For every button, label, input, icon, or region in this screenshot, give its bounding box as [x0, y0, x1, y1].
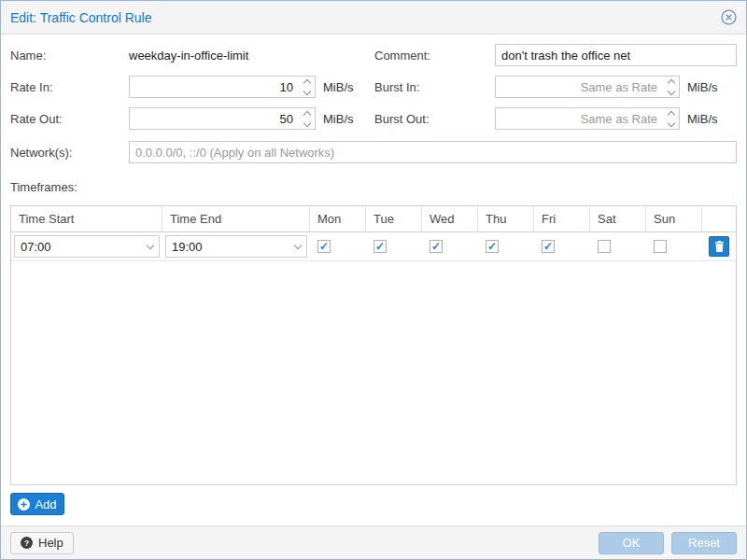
- column-header-thu[interactable]: Thu: [478, 206, 534, 231]
- timeframes-section-label: Timeframes:: [10, 180, 737, 194]
- burst-out-row: Burst Out: MiB/s: [374, 107, 737, 130]
- column-header-mon[interactable]: Mon: [310, 206, 366, 231]
- rate-out-unit: MiB/s: [323, 112, 354, 126]
- name-row: Name: weekday-in-office-limit: [10, 44, 374, 66]
- time-start-value: 07:00: [21, 240, 148, 254]
- help-button[interactable]: ? Help: [10, 532, 74, 554]
- column-header-sun[interactable]: Sun: [646, 206, 702, 231]
- column-header-wed[interactable]: Wed: [422, 206, 478, 231]
- burst-out-spinner: [495, 107, 680, 130]
- table-empty-area: [11, 261, 736, 484]
- sun-checkbox[interactable]: [654, 240, 667, 253]
- burst-in-label: Burst In:: [374, 80, 495, 94]
- dialog-footer: ? Help OK Reset: [1, 525, 746, 559]
- thu-cell: [478, 232, 534, 260]
- rate-out-row: Rate Out: MiB/s: [10, 107, 374, 130]
- sun-cell: [646, 232, 702, 260]
- burst-out-spin-buttons[interactable]: [663, 108, 679, 129]
- add-button-label: Add: [35, 497, 56, 511]
- burst-in-unit: MiB/s: [687, 80, 718, 94]
- help-button-label: Help: [38, 536, 63, 550]
- column-header-fri[interactable]: Fri: [534, 206, 590, 231]
- form-column-right: Comment: Burst In: MiB/s Burst Out:: [374, 44, 737, 139]
- time-start-combo[interactable]: 07:00: [14, 235, 160, 258]
- name-value: weekday-in-office-limit: [129, 49, 248, 63]
- rate-in-unit: MiB/s: [323, 80, 354, 94]
- burst-in-row: Burst In: MiB/s: [374, 76, 737, 98]
- wed-checkbox[interactable]: [430, 240, 443, 253]
- fri-cell: [534, 232, 590, 260]
- rate-out-spinner: [129, 107, 316, 130]
- column-header-actions: [702, 206, 736, 231]
- dialog-body: Name: weekday-in-office-limit Rate In: M…: [1, 35, 746, 525]
- column-header-sat[interactable]: Sat: [590, 206, 646, 231]
- dialog-title: Edit: Traffic Control Rule: [10, 10, 151, 25]
- column-header-time-end[interactable]: Time End: [162, 206, 310, 231]
- ok-button[interactable]: OK: [599, 532, 664, 554]
- comment-label: Comment:: [374, 49, 495, 63]
- tue-cell: [366, 232, 422, 260]
- form-grid: Name: weekday-in-office-limit Rate In: M…: [10, 44, 737, 139]
- rate-in-spinner: [129, 76, 316, 98]
- close-icon[interactable]: [720, 9, 737, 26]
- time-end-value: 19:00: [172, 240, 295, 254]
- svg-text:?: ?: [24, 539, 29, 548]
- mon-checkbox[interactable]: [317, 240, 331, 253]
- plus-circle-icon: [18, 498, 30, 511]
- timeframe-row: 07:00 19:00: [11, 232, 736, 261]
- chevron-down-icon: [147, 242, 154, 249]
- delete-row-button[interactable]: [709, 236, 729, 257]
- timeframes-table: Time Start Time End Mon Tue Wed Thu Fri …: [10, 205, 737, 485]
- rate-in-row: Rate In: MiB/s: [10, 76, 374, 98]
- column-header-tue[interactable]: Tue: [366, 206, 422, 231]
- burst-in-input[interactable]: [496, 77, 663, 97]
- time-start-cell: 07:00: [11, 232, 162, 260]
- sat-cell: [590, 232, 646, 260]
- burst-out-unit: MiB/s: [687, 112, 718, 126]
- burst-out-label: Burst Out:: [374, 112, 495, 126]
- form-column-left: Name: weekday-in-office-limit Rate In: M…: [10, 44, 374, 139]
- networks-input[interactable]: [129, 141, 737, 163]
- networks-label: Network(s):: [10, 146, 129, 160]
- time-end-cell: 19:00: [162, 232, 310, 260]
- row-actions-cell: [702, 232, 736, 260]
- time-end-combo[interactable]: 19:00: [165, 235, 307, 258]
- tue-checkbox[interactable]: [374, 240, 387, 253]
- name-label: Name:: [10, 49, 129, 63]
- comment-row: Comment:: [374, 44, 737, 66]
- chevron-down-icon: [294, 242, 302, 249]
- edit-traffic-control-rule-dialog: Edit: Traffic Control Rule Name: weekday…: [0, 0, 747, 560]
- sat-checkbox[interactable]: [598, 240, 611, 253]
- thu-checkbox[interactable]: [486, 240, 499, 253]
- wed-cell: [422, 232, 478, 260]
- networks-row: Network(s):: [10, 141, 737, 163]
- add-button[interactable]: Add: [10, 493, 64, 515]
- burst-in-spinner: [495, 76, 680, 98]
- rate-out-spin-buttons[interactable]: [299, 108, 315, 129]
- timeframes-header-row: Time Start Time End Mon Tue Wed Thu Fri …: [11, 206, 736, 232]
- comment-input[interactable]: [495, 44, 737, 66]
- mon-cell: [310, 232, 366, 260]
- column-header-time-start[interactable]: Time Start: [11, 206, 162, 231]
- fri-checkbox[interactable]: [542, 240, 555, 253]
- rate-out-label: Rate Out:: [10, 112, 129, 126]
- rate-in-label: Rate In:: [10, 80, 129, 94]
- burst-in-spin-buttons[interactable]: [663, 77, 679, 97]
- trash-icon: [714, 241, 725, 252]
- rate-out-input[interactable]: [130, 108, 299, 129]
- dialog-header: Edit: Traffic Control Rule: [1, 1, 746, 35]
- rate-in-spin-buttons[interactable]: [299, 77, 315, 97]
- reset-button[interactable]: Reset: [671, 532, 737, 554]
- rate-in-input[interactable]: [130, 77, 299, 97]
- question-circle-icon: ?: [21, 537, 33, 549]
- burst-out-input[interactable]: [496, 108, 663, 129]
